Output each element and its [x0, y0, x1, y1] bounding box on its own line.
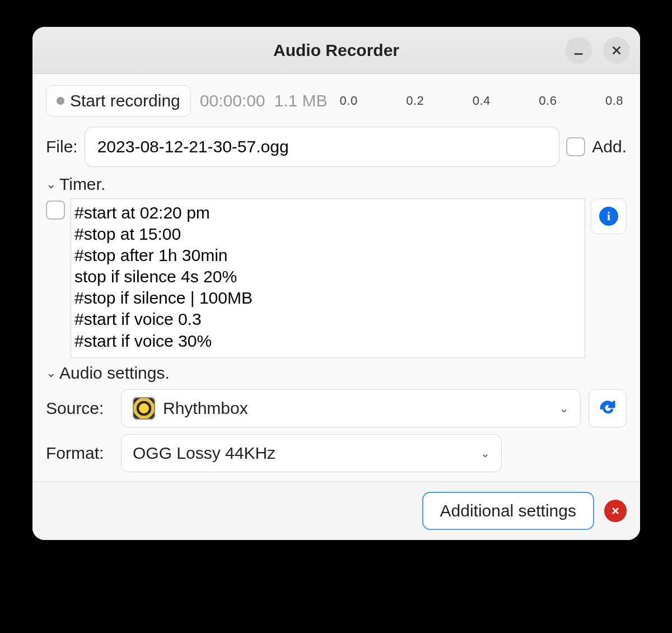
close-app-button[interactable]	[604, 500, 627, 522]
content-area: Start recording 00:00:00 1.1 MB 0.0 0.2 …	[32, 74, 640, 540]
close-window-button[interactable]	[603, 37, 630, 64]
bottom-bar: Additional settings	[32, 481, 640, 540]
file-label: File:	[46, 137, 78, 156]
tick: 0.8	[605, 94, 623, 108]
source-row: Source: Rhythmbox ⌄	[46, 389, 627, 427]
audio-settings-expander[interactable]: ⌄ Audio settings.	[46, 364, 627, 383]
refresh-icon	[598, 399, 617, 418]
source-value: Rhythmbox	[163, 399, 248, 418]
chevron-down-icon: ⌄	[46, 177, 56, 192]
minimize-button[interactable]	[565, 37, 592, 64]
record-dot-icon	[57, 97, 64, 105]
titlebar: Audio Recorder	[32, 27, 640, 74]
rhythmbox-icon	[133, 397, 155, 420]
tick: 0.0	[340, 94, 358, 108]
additional-settings-button[interactable]: Additional settings	[422, 492, 595, 530]
timer-commands-textarea[interactable]	[71, 198, 585, 358]
chevron-down-icon: ⌄	[480, 446, 490, 460]
file-size: 1.1 MB	[274, 91, 328, 110]
timer-enable-checkbox[interactable]	[46, 201, 65, 220]
level-meter: 0.0 0.2 0.4 0.6 0.8	[337, 94, 627, 108]
file-row: File: Add.	[46, 127, 627, 167]
close-x-icon	[610, 505, 621, 516]
start-recording-button[interactable]: Start recording	[46, 85, 191, 117]
minimize-icon	[572, 44, 585, 56]
format-value: OGG Lossy 44KHz	[133, 444, 276, 463]
window-controls	[565, 37, 630, 64]
refresh-sources-button[interactable]	[589, 389, 627, 427]
timer-row: i	[46, 198, 627, 358]
chevron-down-icon: ⌄	[46, 366, 56, 380]
format-row: Format: OGG Lossy 44KHz ⌄	[46, 434, 627, 472]
tick: 0.2	[406, 94, 424, 108]
elapsed-time: 00:00:00	[200, 91, 265, 110]
additional-settings-label: Additional settings	[440, 501, 577, 520]
chevron-down-icon: ⌄	[559, 402, 569, 415]
info-icon: i	[599, 207, 618, 226]
add-to-file-checkbox[interactable]	[566, 137, 585, 156]
close-icon	[610, 44, 623, 57]
format-dropdown[interactable]: OGG Lossy 44KHz ⌄	[121, 434, 502, 472]
recording-row: Start recording 00:00:00 1.1 MB 0.0 0.2 …	[46, 85, 627, 117]
filename-input[interactable]	[85, 127, 560, 167]
audio-settings-header-label: Audio settings.	[59, 364, 170, 383]
timer-header-label: Timer.	[59, 175, 105, 194]
tick: 0.4	[473, 94, 491, 108]
app-window: Audio Recorder Start recording 00:00:00 …	[32, 27, 640, 540]
tick: 0.6	[539, 94, 557, 108]
start-recording-label: Start recording	[70, 91, 180, 110]
timer-info-button[interactable]: i	[591, 198, 627, 234]
add-label: Add.	[592, 137, 627, 156]
timer-expander[interactable]: ⌄ Timer.	[46, 175, 627, 194]
window-title: Audio Recorder	[273, 41, 399, 60]
source-label: Source:	[46, 399, 113, 418]
source-dropdown[interactable]: Rhythmbox ⌄	[121, 389, 581, 427]
format-label: Format:	[46, 444, 113, 463]
